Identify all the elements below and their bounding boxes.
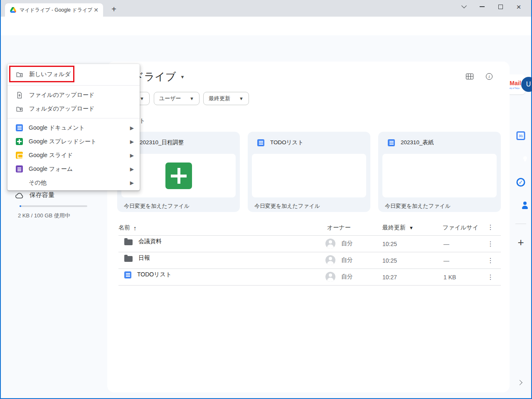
owner-avatar — [325, 272, 335, 282]
new-menu-dropdown: 新しいフォルダ ファイルのアップロード フォルダのアップロード Google ド… — [7, 64, 140, 190]
file-preview — [382, 154, 497, 197]
chevron-down-icon: ▼ — [180, 74, 185, 79]
submenu-arrow-icon: ▶ — [130, 166, 134, 172]
user-filter-chip[interactable]: ユーザー▼ — [154, 92, 200, 105]
menu-item-more[interactable]: その他 ▶ — [7, 176, 140, 190]
tab-title: マイドライブ - Google ドライブ — [20, 7, 92, 14]
browser-toolbar: ← → drive.google.com/drive/my-drive ☆ U … — [1, 17, 531, 35]
table-row[interactable]: TODOリスト — [124, 271, 172, 278]
chevron-down-icon: ▼ — [190, 96, 194, 101]
google-slides-icon — [16, 152, 23, 159]
cloud-icon — [15, 192, 24, 199]
sort-ascending-arrow-icon: ↑ — [133, 224, 137, 232]
folder-icon — [124, 256, 133, 262]
google-sheets-logo-icon — [165, 163, 192, 189]
google-docs-icon — [257, 139, 264, 146]
table-row[interactable]: 会議資料 — [124, 238, 162, 245]
column-header-size[interactable]: ファイルサイ — [443, 224, 478, 232]
drive-favicon-icon — [10, 7, 16, 13]
menu-item-new-folder[interactable]: 新しいフォルダ — [7, 66, 140, 83]
minimize-button[interactable] — [473, 0, 491, 13]
new-tab-button[interactable]: + — [109, 4, 119, 14]
tab-close-icon[interactable]: ✕ — [92, 7, 100, 13]
browser-tab[interactable]: マイドライブ - Google ドライブ ✕ — [5, 3, 103, 17]
chevron-down-icon: ▼ — [140, 96, 144, 101]
window-menu-chevron-icon[interactable] — [455, 0, 473, 13]
submenu-arrow-icon: ▶ — [130, 125, 134, 131]
menu-item-folder-upload[interactable]: フォルダのアップロード — [7, 102, 140, 116]
folder-icon — [124, 239, 133, 245]
menu-item-google-docs[interactable]: Google ドキュメント ▶ — [7, 121, 140, 135]
submenu-arrow-icon: ▶ — [130, 180, 134, 186]
google-forms-icon — [16, 165, 23, 172]
maximize-button[interactable] — [491, 0, 510, 13]
google-docs-icon — [16, 124, 23, 131]
tasks-icon[interactable]: ✓ — [517, 178, 525, 187]
get-add-ons-plus-icon[interactable]: + — [517, 237, 524, 248]
close-button[interactable]: × — [510, 0, 528, 13]
browser-window: マイドライブ - Google ドライブ ✕ + × ← → drive.goo… — [0, 0, 532, 399]
file-preview — [252, 154, 366, 197]
submenu-arrow-icon: ▶ — [130, 139, 134, 145]
titlebar: マイドライブ - Google ドライブ ✕ + × — [1, 0, 531, 17]
table-row[interactable]: 日報 — [124, 254, 150, 262]
column-header-name[interactable]: 名前↑ — [118, 224, 137, 232]
row-actions-kebab-icon[interactable]: ⋮ — [487, 273, 494, 281]
row-actions-kebab-icon[interactable]: ⋮ — [487, 256, 494, 264]
owner-avatar — [325, 239, 335, 249]
file-card[interactable]: TODOリスト 今日変更を加えたファイル — [248, 132, 370, 212]
file-card[interactable]: 202310_表紙 今日変更を加えたファイル — [378, 132, 501, 212]
file-upload-icon — [16, 91, 23, 99]
google-docs-icon — [388, 139, 395, 146]
row-actions-kebab-icon[interactable]: ⋮ — [487, 240, 494, 248]
calendar-icon[interactable]: 31 — [517, 131, 525, 140]
storage-usage-text: 2 KB / 100 GB 使用中 — [18, 212, 70, 219]
folder-upload-icon — [16, 105, 23, 113]
owner-avatar — [325, 255, 335, 265]
grid-view-toggle-icon[interactable] — [466, 74, 473, 79]
side-apps-rail: 31 ✓ + — [510, 62, 532, 398]
menu-item-google-sheets[interactable]: Google スプレッドシート ▶ — [7, 135, 140, 148]
modified-filter-chip[interactable]: 最終更新▼ — [203, 92, 249, 105]
menu-item-file-upload[interactable]: ファイルのアップロード — [7, 88, 140, 102]
storage-progress-bar — [20, 205, 87, 207]
drive-header: ドライブ ? ⚙ ECCS Cloud Mail Information Tec… — [1, 35, 531, 62]
chevron-down-icon: ▼ — [239, 96, 244, 101]
google-sheets-icon — [16, 138, 23, 145]
info-icon[interactable]: i — [486, 73, 493, 80]
new-folder-icon — [16, 71, 23, 78]
menu-item-google-slides[interactable]: Google スライド ▶ — [7, 148, 140, 162]
column-header-owner[interactable]: オーナー — [327, 224, 351, 232]
column-header-modified[interactable]: 最終更新▼ — [382, 224, 414, 232]
menu-item-google-forms[interactable]: Google フォーム ▶ — [7, 162, 140, 176]
column-settings-kebab-icon[interactable]: ⋮ — [487, 223, 494, 231]
storage-label[interactable]: 保存容量 — [30, 191, 54, 199]
submenu-arrow-icon: ▶ — [130, 153, 134, 158]
google-docs-icon — [124, 271, 131, 278]
sort-descending-arrow-icon: ▼ — [409, 225, 414, 230]
